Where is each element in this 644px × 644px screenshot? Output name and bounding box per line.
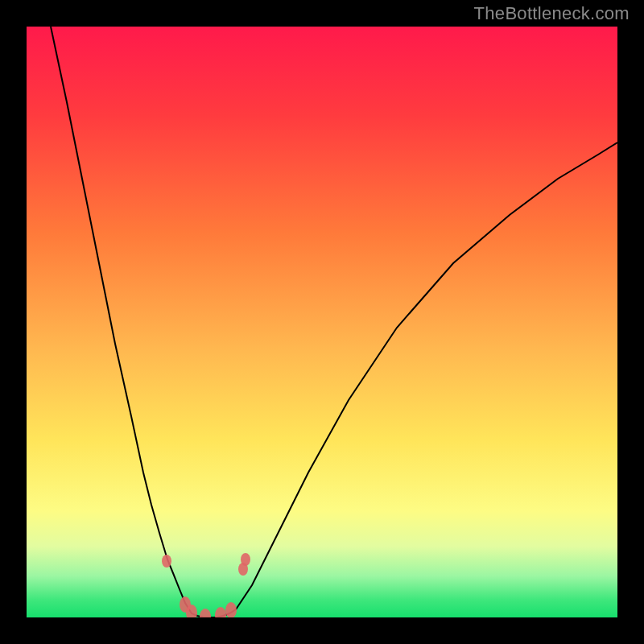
data-marker: [162, 555, 171, 568]
watermark-text: TheBottleneck.com: [474, 3, 630, 24]
data-marker: [186, 605, 197, 617]
data-marker: [241, 553, 250, 566]
chart-frame: TheBottleneck.com: [0, 0, 644, 644]
plot-area: [27, 27, 617, 617]
bottleneck-curve: [27, 27, 617, 617]
data-marker: [215, 607, 226, 617]
data-marker: [225, 602, 237, 617]
